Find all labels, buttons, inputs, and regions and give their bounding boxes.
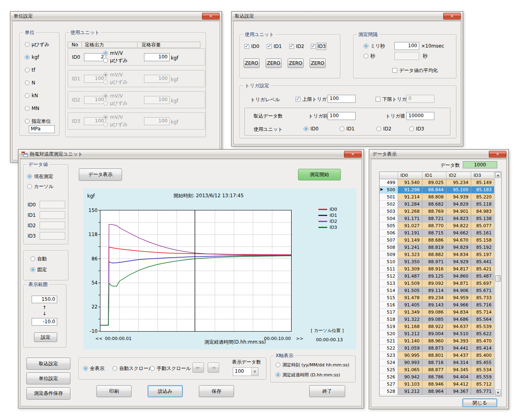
exit-button[interactable]: 終了 [309,385,345,397]
table-cell[interactable]: 94.662 [446,230,471,237]
unit-settings-titlebar[interactable]: 単位設定 [11,12,221,21]
table-cell[interactable]: 89.114 [422,287,446,294]
table-cell[interactable]: 91.322 [398,316,422,323]
table-row[interactable]: 51591.47889.23494.95985.733 [380,294,501,302]
table-cell[interactable]: 94.939 [446,194,471,201]
radio-msec[interactable]: ミリ秒 [364,43,385,49]
table-row[interactable]: 51391.50989.09294.87185.697 [380,280,501,287]
table-cell[interactable]: 94.834 [446,309,471,316]
table-cell[interactable]: 94.510 [446,330,471,338]
table-cell[interactable]: 89.025 [422,179,446,186]
range-min-input[interactable]: -10.0 [32,318,57,326]
table-cell[interactable]: 85.077 [471,222,494,230]
row-header[interactable]: 518 [380,316,398,323]
capture-settings-button[interactable]: 取込設定 [26,358,70,370]
table-cell[interactable]: 91.487 [398,273,422,280]
checkbox-id0[interactable]: ID0 [244,44,259,49]
radio-auto-scale[interactable]: 自動 [30,256,47,262]
table-cell[interactable]: 85.197 [471,251,494,258]
table-row[interactable]: 50291.28488.68294.82985.118 [380,201,501,208]
rated-output-input[interactable]: 2 [84,53,106,61]
checkbox-upper-trigger[interactable]: 上限トリガ [296,96,327,102]
table-cell[interactable]: 91.241 [398,244,422,251]
table-cell[interactable]: 91.540 [398,179,422,186]
capture-settings-titlebar[interactable]: 取込設定 [232,12,462,21]
table-cell[interactable]: 88.770 [422,222,446,230]
table-cell[interactable]: 91.298 [398,186,422,194]
table-cell[interactable]: 94.345 [446,366,471,374]
table-row[interactable]: 50591.02788.77094.82285.077 [380,222,501,230]
radio-kn[interactable]: kN [25,93,38,98]
table-cell[interactable]: 85.714 [471,309,494,316]
table-cell[interactable]: 94.959 [446,294,471,302]
row-header[interactable]: 510 [380,258,398,266]
row-header[interactable]: 507 [380,237,398,244]
table-row[interactable]: 52390.99588.80194.43785.400 [380,352,501,359]
row-header[interactable]: 505 [380,222,398,230]
row-header[interactable]: 521 [380,338,398,345]
range-max-input[interactable]: 150.0 [32,296,57,303]
table-cell[interactable]: 95.100 [446,186,471,194]
radio-trigger-id0[interactable]: ID0 [304,126,318,132]
table-cell[interactable]: 85.771 [471,388,494,395]
row-header[interactable]: 515 [380,294,398,302]
table-cell[interactable]: 88.682 [422,201,446,208]
table-row[interactable]: 50691.19188.71594.66285.161 [380,230,501,237]
checkbox-average[interactable]: データ値の平均化 [392,68,438,73]
data-display-titlebar[interactable]: データ表示 [370,150,508,159]
table-cell[interactable]: 94.966 [446,302,471,309]
table-cell[interactable]: 94.823 [446,215,471,222]
table-cell[interactable]: 85.539 [471,323,494,330]
table-cell[interactable]: 91.405 [398,302,422,309]
radio-mn[interactable]: MN [25,106,39,111]
table-cell[interactable]: 91.323 [398,251,422,258]
table-cell[interactable]: 91.027 [398,222,422,230]
table-cell[interactable]: 91.149 [398,237,422,244]
table-cell[interactable]: 91.191 [398,230,422,237]
table-cell[interactable]: 85.421 [471,266,494,273]
table-cell[interactable]: 88.715 [422,230,446,237]
table-cell[interactable]: 94.441 [446,345,471,352]
table-row[interactable]: 52690.94288.78694.40485.559 [380,374,501,381]
table-cell[interactable]: 94.393 [446,338,471,345]
table-cell[interactable]: 89.004 [422,330,446,338]
row-header[interactable]: 519 [380,323,398,330]
table-row[interactable]: 50191.21488.80894.93985.220 [380,194,501,201]
post-trigger-input[interactable]: 10000 [406,112,434,120]
table-cell[interactable]: 85.118 [471,201,494,208]
row-header[interactable]: 523 [380,352,398,359]
table-cell[interactable]: 89.234 [422,294,446,302]
table-row[interactable]: 52091.21289.00494.51085.622 [380,330,501,338]
table-cell[interactable]: 85.716 [471,302,494,309]
table-cell[interactable]: 85.192 [471,244,494,251]
radio-trigger-id3[interactable]: ID3 [409,126,424,132]
table-cell[interactable]: 91.478 [398,294,422,302]
table-cell[interactable]: 85.149 [471,179,494,186]
row-header[interactable]: 506 [380,230,398,237]
table-cell[interactable]: 88.946 [422,381,446,388]
table-cell[interactable]: 94.929 [446,258,471,266]
row-header[interactable]: 501 [380,194,398,201]
table-cell[interactable]: 85.487 [471,273,494,280]
msec-input[interactable]: 100 [394,42,419,50]
radio-custom-unit[interactable]: 指定単位 [25,118,51,124]
radio-fixed-scale[interactable]: 固定 [30,267,47,272]
table-cell[interactable]: 91.065 [398,366,422,374]
scrollbar-up-icon[interactable]: ▲ [495,172,501,178]
table-cell[interactable]: 84.983 [471,208,494,215]
table-cell[interactable]: 89.143 [422,302,446,309]
table-cell[interactable]: 94.367 [446,388,471,395]
table-cell[interactable]: 88.964 [422,388,446,395]
table-cell[interactable]: 91.171 [398,215,422,222]
table-cell[interactable]: 85.400 [471,352,494,359]
table-row[interactable]: 52791.10388.94694.41285.712 [380,381,501,388]
table-cell[interactable]: 94.829 [446,244,471,251]
radio-xaxis-time[interactable]: 測定時刻 (yy/MM/dd hh:mm:ss) [276,362,349,368]
row-header[interactable]: 527 [380,381,398,388]
table-row[interactable]: ▶50091.29888.84495.10085.183 [380,186,501,194]
row-header[interactable]: 514 [380,287,398,294]
row-header[interactable]: 524 [380,359,398,366]
table-row[interactable]: 51491.50589.11494.90685.671 [380,287,501,294]
table-row[interactable]: 52891.21288.96494.36785.771 [380,388,501,395]
table-cell[interactable]: 94.686 [446,316,471,323]
